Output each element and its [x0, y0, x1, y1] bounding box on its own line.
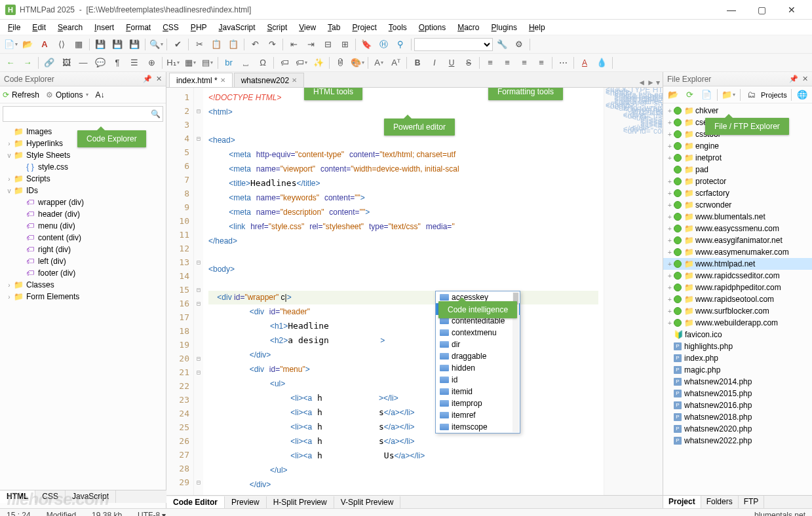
form-builder-icon[interactable]: ▤▾ — [199, 56, 215, 70]
refresh-fe-icon[interactable]: ⟳ — [682, 88, 696, 102]
copy-icon[interactable]: 📋 — [208, 37, 224, 52]
italic-icon[interactable]: I — [427, 56, 442, 70]
close-button[interactable]: ✕ — [777, 0, 807, 20]
align-justify-icon[interactable]: ≡ — [533, 56, 549, 70]
file-item[interactable]: +📁www.rapidcsseditor.com — [663, 270, 812, 282]
bottom-tab[interactable]: H-Split Preview — [267, 496, 334, 508]
bottom-tab[interactable]: Preview — [225, 496, 267, 508]
tool-icon-2[interactable]: ⚙ — [511, 37, 527, 52]
file-item[interactable]: +📁inetprot — [663, 152, 812, 164]
menu-macro[interactable]: Macro — [452, 22, 484, 33]
file-item[interactable]: Pwhatsnew2022.php — [663, 435, 812, 447]
menu-javascript[interactable]: JavaScript — [214, 22, 261, 33]
autocomplete-item[interactable]: dir — [436, 339, 520, 350]
font-dec-icon[interactable]: Aᵀ — [388, 56, 404, 70]
menu-options[interactable]: Options — [414, 22, 451, 33]
menu-insert[interactable]: Insert — [89, 22, 119, 33]
pin-icon[interactable]: 📌 — [143, 75, 152, 83]
uncomment-icon[interactable]: ⊞ — [337, 37, 353, 52]
wand-icon[interactable]: ✨ — [311, 56, 326, 70]
menu-project[interactable]: Project — [347, 22, 381, 33]
file-item[interactable]: +📁scrwonder — [663, 199, 812, 211]
gear-icon[interactable]: ⚙ — [46, 90, 53, 100]
find-replace-icon[interactable]: ⚲ — [393, 37, 408, 52]
autocomplete-item[interactable]: draggable — [436, 350, 520, 362]
file-item[interactable]: Pwhatsnew2016.php — [663, 399, 812, 411]
paste-icon[interactable]: 📋 — [225, 37, 241, 52]
menu-css[interactable]: CSS — [157, 22, 184, 33]
folder-open-icon[interactable]: 📂 — [666, 88, 680, 102]
file-item[interactable]: +📁www.easymenumaker.com — [663, 246, 812, 258]
new-file-icon[interactable]: 📄▾ — [3, 37, 18, 52]
close-panel-icon[interactable]: ✕ — [156, 75, 162, 83]
link-icon[interactable]: 🔗 — [41, 56, 57, 70]
selector-combo[interactable] — [414, 38, 493, 51]
tree-item[interactable]: { }style.css — [0, 161, 166, 173]
drop-icon[interactable]: 💧 — [594, 56, 609, 70]
file-item[interactable]: Pwhatsnew2014.php — [663, 376, 812, 388]
indent-icon[interactable]: ⇥ — [303, 37, 319, 52]
file-item[interactable]: +📁www.surfblocker.com — [663, 305, 812, 317]
line-icon[interactable]: — — [75, 56, 91, 70]
save-as-icon[interactable]: 💾 — [126, 37, 142, 52]
outdent-icon[interactable]: ⇤ — [286, 37, 301, 52]
tag-drop-icon[interactable]: 🏷▾ — [294, 56, 309, 70]
file-item[interactable]: +📁www.rapidseotool.com — [663, 293, 812, 305]
autocomplete-item[interactable]: itemid — [436, 386, 520, 397]
file-item[interactable]: +📁www.blumentals.net — [663, 211, 812, 223]
tab-menu-icon[interactable]: ▾ — [656, 78, 660, 87]
tree-item[interactable]: 🏷content (div) — [0, 232, 166, 244]
new-doc-icon[interactable]: 📄 — [699, 88, 713, 102]
tree-item[interactable]: 🏷right (div) — [0, 244, 166, 255]
options-label[interactable]: Options — [56, 90, 83, 100]
file-item[interactable]: 🔰favicon.ico — [663, 329, 812, 341]
menu-view[interactable]: View — [294, 22, 321, 33]
fe-tab[interactable]: Project — [663, 496, 701, 508]
menu-file[interactable]: File — [3, 22, 26, 33]
refresh-label[interactable]: Refresh — [12, 90, 39, 100]
cut-icon[interactable]: ✂ — [191, 37, 207, 52]
strike-icon[interactable]: S — [461, 56, 476, 70]
autocomplete-item[interactable]: contextmenu — [436, 327, 520, 339]
file-item[interactable]: +📁chkver — [663, 105, 812, 117]
arrow-right-icon[interactable]: → — [20, 56, 35, 70]
underline-icon[interactable]: U — [444, 56, 459, 70]
nbsp-icon[interactable]: ⎵ — [238, 56, 254, 70]
highlight-icon[interactable]: Ⓗ — [376, 37, 391, 52]
tree-item[interactable]: 🏷left (div) — [0, 255, 166, 267]
menu-php[interactable]: PHP — [185, 22, 212, 33]
search-icon[interactable]: 🔍 — [148, 109, 163, 119]
save-all-icon[interactable]: 💾 — [109, 37, 125, 52]
autocomplete-item[interactable]: hidden — [436, 362, 520, 374]
paint-icon[interactable]: 🎨▾ — [349, 56, 365, 70]
list-icon[interactable]: ☰ — [126, 56, 142, 70]
open-file-icon[interactable]: 📂 — [20, 37, 35, 52]
autocomplete-item[interactable]: itemprop — [436, 397, 520, 409]
menu-help[interactable]: Help — [524, 22, 551, 33]
tree-item[interactable]: ›📁Classes — [0, 279, 166, 291]
projects-icon[interactable]: 🗂 — [744, 88, 758, 102]
tree-item[interactable]: 🏷header (div) — [0, 208, 166, 220]
projects-label[interactable]: Projects — [761, 91, 787, 99]
file-item[interactable]: +📁www.easygifanimator.net — [663, 234, 812, 246]
sort-icon[interactable]: A↓ — [95, 90, 104, 100]
add-item-icon[interactable]: ⊕ — [144, 56, 159, 70]
menu-search[interactable]: Search — [52, 22, 88, 33]
align-right-icon[interactable]: ≡ — [516, 56, 532, 70]
table-icon[interactable]: ▦▾ — [182, 56, 198, 70]
file-item[interactable]: +📁scrfactory — [663, 187, 812, 199]
paragraph-icon[interactable]: ¶ — [109, 56, 125, 70]
tab-close-icon[interactable]: ✕ — [292, 77, 297, 84]
pin-icon[interactable]: 📌 — [789, 75, 798, 83]
fe-tab[interactable]: FTP — [739, 496, 765, 508]
file-item[interactable]: Pwhatsnew2020.php — [663, 423, 812, 435]
tab-prev-icon[interactable]: ◄ — [638, 78, 646, 87]
editor-tab[interactable]: index.html *✕ — [169, 73, 233, 87]
file-item[interactable]: +📁engine — [663, 140, 812, 152]
new-folder-icon[interactable]: 📁▾ — [722, 88, 735, 102]
tree-item[interactable]: ›📁Scripts — [0, 173, 166, 185]
refresh-icon[interactable]: ⟳ — [3, 90, 9, 100]
align-center-icon[interactable]: ≡ — [499, 56, 515, 70]
search-icon[interactable]: 🔍▾ — [148, 37, 164, 52]
menu-format[interactable]: Format — [121, 22, 156, 33]
